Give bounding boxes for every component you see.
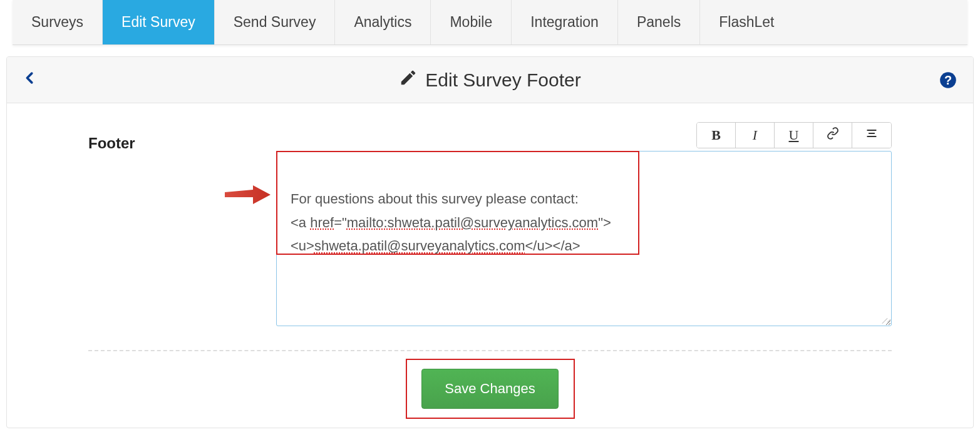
nav-edit-survey[interactable]: Edit Survey <box>103 0 215 44</box>
edit-icon <box>399 68 418 91</box>
back-button[interactable] <box>23 69 37 91</box>
nav-integration[interactable]: Integration <box>512 0 618 44</box>
toolbar-group: B I U <box>696 122 892 148</box>
align-center-icon <box>865 127 878 143</box>
editor-line-2a: <a <box>291 215 310 230</box>
nav-analytics[interactable]: Analytics <box>335 0 431 44</box>
editor-line-1: For questions about this survey please c… <box>291 191 579 207</box>
svg-text:?: ? <box>944 73 952 87</box>
editor-line-2c: "> <box>598 215 611 230</box>
top-navigation: Surveys Edit Survey Send Survey Analytic… <box>13 0 967 45</box>
nav-surveys[interactable]: Surveys <box>13 0 103 44</box>
bold-button[interactable]: B <box>697 123 736 148</box>
help-button[interactable]: ? <box>939 71 957 89</box>
panel-header: Edit Survey Footer ? <box>7 57 973 103</box>
nav-flashlet[interactable]: FlashLet <box>700 0 793 44</box>
editor-line-3a: <u> <box>291 238 314 254</box>
editor-line-3b: </u></a> <box>525 238 580 254</box>
nav-panels[interactable]: Panels <box>618 0 700 44</box>
nav-send-survey[interactable]: Send Survey <box>215 0 336 44</box>
link-button[interactable] <box>813 123 852 148</box>
save-wrap: Save Changes <box>88 369 892 409</box>
footer-textarea[interactable]: For questions about this survey please c… <box>276 151 892 326</box>
save-changes-button[interactable]: Save Changes <box>421 369 558 409</box>
editor-line-2b: =" <box>334 215 347 230</box>
panel-content: Footer B I U <box>7 103 973 428</box>
link-icon <box>827 127 839 143</box>
editor-line-2-href: href <box>310 215 334 230</box>
nav-mobile[interactable]: Mobile <box>431 0 512 44</box>
footer-label: Footer <box>88 122 276 152</box>
edit-footer-panel: Edit Survey Footer ? Footer B I U <box>6 56 974 428</box>
footer-field-row: Footer B I U <box>88 122 892 326</box>
editor-line-3-email: shweta.patil@surveyanalytics.com <box>314 238 525 254</box>
page-title-text: Edit Survey Footer <box>425 69 580 91</box>
align-button[interactable] <box>852 123 891 148</box>
underline-button[interactable]: U <box>775 123 813 148</box>
italic-button[interactable]: I <box>736 123 775 148</box>
resize-handle-icon <box>880 314 889 323</box>
page-title: Edit Survey Footer <box>399 68 580 91</box>
divider <box>88 350 892 351</box>
footer-editor-wrap: B I U <box>276 122 892 326</box>
editor-toolbar: B I U <box>276 122 892 148</box>
editor-line-2-url: mailto:shweta.patil@surveyanalytics.com <box>347 215 598 230</box>
